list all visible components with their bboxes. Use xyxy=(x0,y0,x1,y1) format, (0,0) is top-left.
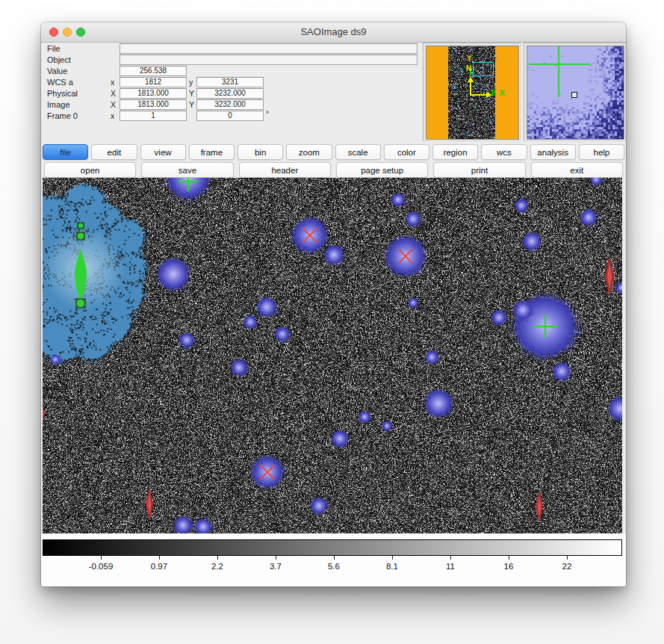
colorbar-tickmark xyxy=(450,556,451,560)
colorbar-tick-label: 2.2 xyxy=(211,562,223,571)
image-x-field: 1813.000 xyxy=(120,99,187,110)
colorbar[interactable] xyxy=(43,539,622,556)
colorbar-tickmark xyxy=(567,556,568,560)
wcs-label: WCS a xyxy=(47,78,73,87)
print-button[interactable]: print xyxy=(433,162,525,178)
ds9-window: SAOImage ds9 File Object Value 256.538 W… xyxy=(41,22,626,586)
magnifier-frame xyxy=(524,43,626,141)
frame-label: Frame 0 xyxy=(47,111,78,120)
info-row-wcs: WCS a x 1812 y 3231 xyxy=(41,77,422,88)
menu-color[interactable]: color xyxy=(384,144,429,160)
physical-x-field: 1813.000 xyxy=(120,88,187,99)
window-title: SAOImage ds9 xyxy=(41,26,626,37)
compass-y-label: Y xyxy=(467,55,472,63)
frame-x-label: x xyxy=(111,111,114,120)
info-row-value: Value 256.538 xyxy=(41,66,422,77)
page-setup-button[interactable]: page setup xyxy=(336,162,428,178)
file-label: File xyxy=(47,44,60,53)
colorbar-tick-label: 8.1 xyxy=(386,562,398,571)
colorbar-tickmark xyxy=(334,556,335,560)
value-label: Value xyxy=(47,66,67,75)
panner-frame: Y N E X xyxy=(423,43,521,141)
info-row-object: Object xyxy=(41,55,422,66)
image-x-label: X xyxy=(111,100,116,109)
wcs-y-field: 3231 xyxy=(196,77,264,87)
menu-file[interactable]: file xyxy=(43,144,88,160)
wcs-y-label: y xyxy=(189,78,193,87)
colorbar-area: -0.0590.972.23.75.68.1111622 xyxy=(41,533,626,586)
wcs-x-label: x xyxy=(111,78,114,87)
menu-bar: file edit view frame bin zoom scale colo… xyxy=(43,144,624,160)
info-row-image: Image X 1813.000 Y 3232.000 xyxy=(41,99,422,111)
colorbar-tick-label: 0.97 xyxy=(151,562,167,571)
frame-angle-field: 0 xyxy=(196,111,264,121)
menu-scale[interactable]: scale xyxy=(335,144,381,160)
degree-symbol: ° xyxy=(266,110,269,118)
compass-n-label: N xyxy=(466,65,471,72)
info-panel: File Object Value 256.538 WCS a x 1812 y… xyxy=(41,43,422,145)
colorbar-tickmark xyxy=(276,556,276,560)
menu-analysis[interactable]: analysis xyxy=(530,144,576,160)
magnifier-crosshair-vertical xyxy=(558,46,559,97)
info-row-frame: Frame 0 x 1 0 ° xyxy=(41,111,422,122)
colorbar-tickmark xyxy=(159,556,160,560)
exit-button[interactable]: exit xyxy=(531,162,623,178)
image-label: Image xyxy=(47,100,70,109)
frame-zoom-field: 1 xyxy=(120,111,187,121)
physical-y-label: Y xyxy=(189,89,194,98)
physical-label: Physical xyxy=(47,89,78,98)
info-row-physical: Physical X 1813.000 Y 3232.000 xyxy=(41,88,422,99)
compass-e-label: E xyxy=(491,90,497,97)
image-y-field: 3232.000 xyxy=(196,99,264,110)
object-field[interactable] xyxy=(120,55,418,65)
colorbar-tick-label: 22 xyxy=(562,562,571,571)
wcs-x-field: 1812 xyxy=(120,77,187,87)
header-button[interactable]: header xyxy=(239,162,331,178)
colorbar-tick-label: 16 xyxy=(503,562,513,571)
colorbar-tickmark xyxy=(101,556,102,560)
image-display[interactable] xyxy=(43,178,622,533)
colorbar-tickmark xyxy=(217,556,218,560)
info-row-file: File xyxy=(41,43,422,55)
colorbar-tick-label: 11 xyxy=(446,562,455,571)
object-label: Object xyxy=(47,55,71,64)
value-field: 256.538 xyxy=(120,66,187,76)
colorbar-tickmark xyxy=(392,556,393,560)
menu-zoom[interactable]: zoom xyxy=(286,144,332,160)
menu-help[interactable]: help xyxy=(579,144,624,160)
menu-frame[interactable]: frame xyxy=(189,144,235,160)
colorbar-tick-label: -0.059 xyxy=(89,562,114,571)
open-button[interactable]: open xyxy=(44,162,136,178)
menu-wcs[interactable]: wcs xyxy=(481,144,527,160)
physical-y-field: 3232.000 xyxy=(196,88,264,99)
magnifier-crosshair-horizontal xyxy=(529,64,590,65)
menu-region[interactable]: region xyxy=(432,144,478,160)
file-field[interactable] xyxy=(120,43,418,54)
title-bar[interactable]: SAOImage ds9 xyxy=(41,22,626,43)
menu-view[interactable]: view xyxy=(140,144,186,160)
save-button[interactable]: save xyxy=(141,162,233,178)
image-y-label: Y xyxy=(189,100,194,109)
menu-bin[interactable]: bin xyxy=(238,144,283,160)
physical-x-label: X xyxy=(111,89,116,98)
menu-edit[interactable]: edit xyxy=(91,144,137,160)
panner-viewbox[interactable] xyxy=(473,62,494,76)
compass-x-label: X xyxy=(500,89,505,96)
colorbar-tickmark xyxy=(509,556,509,560)
colorbar-tick-label: 5.6 xyxy=(328,562,340,571)
magnifier-center-box xyxy=(571,92,577,98)
file-button-bar: open save header page setup print exit xyxy=(43,162,624,178)
colorbar-tick-label: 3.7 xyxy=(270,562,282,571)
